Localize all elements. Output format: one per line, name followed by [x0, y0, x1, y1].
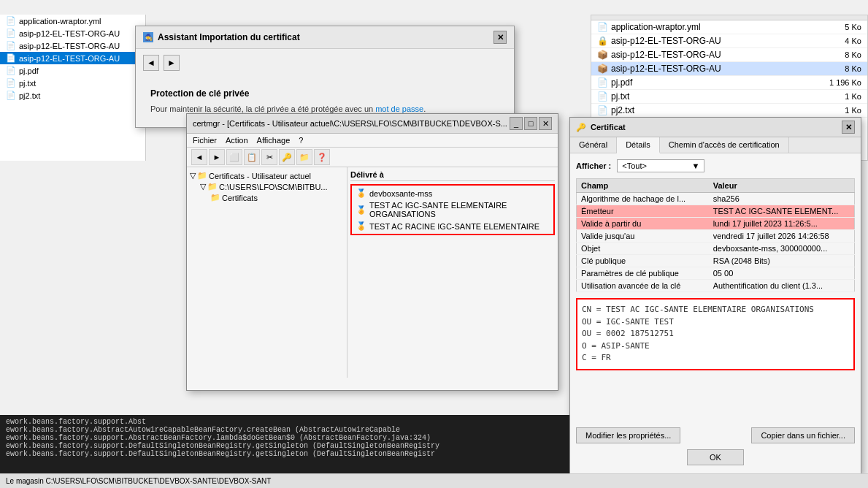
table-row[interactable]: Utilisation avancée de la clé Authentifi…: [577, 280, 855, 292]
show-value: <Tout>: [622, 161, 647, 170]
tree-path-label: C:\USERS\LFO\SCM\BITBU...: [219, 183, 328, 191]
cert-icon: 🏅: [356, 188, 366, 198]
toolbar-forward[interactable]: ►: [209, 149, 225, 165]
toolbar-back[interactable]: ◄: [191, 149, 207, 165]
table-row[interactable]: 📄pj2.txt 1 Ko: [591, 104, 867, 118]
col-valeur: Valeur: [709, 179, 855, 193]
tree-root[interactable]: ▽ 📁 Certificats - Utilisateur actuel: [190, 170, 344, 181]
field-valeur: TEST AC IGC-SANTE ELEMENT...: [709, 205, 855, 218]
cert-icon: 🏅: [356, 221, 366, 231]
cert-detail-close-btn[interactable]: ✕: [842, 121, 855, 134]
table-row[interactable]: Algorithme de hachage de l... sha256: [577, 193, 855, 205]
cert-icon-title: 🔑: [576, 123, 586, 132]
certmgr-minimize-btn[interactable]: _: [510, 117, 523, 130]
list-item[interactable]: 📄asip-p12-EL-TEST-ORG-AU: [0, 27, 145, 39]
toolbar-btn4[interactable]: 🔑: [279, 149, 295, 165]
cert-name: TEST AC IGC-SANTE ELEMENTAIRE ORGANISATI…: [369, 201, 549, 218]
dialog-icon: 🧙: [143, 32, 153, 42]
file-icon: 📄: [597, 91, 608, 102]
table-row[interactable]: Objet devboxsante-mss, 300000000...: [577, 243, 855, 255]
cert-fields-table: Champ Valeur Algorithme de hachage de l.…: [576, 178, 855, 292]
tab-certification-path[interactable]: Chemin d'accès de certification: [660, 137, 789, 153]
cert-col-header: Délivré à: [350, 170, 384, 179]
console-line: ework.beans.factory.AbstractAutowireCapa…: [6, 426, 564, 434]
field-valeur: sha256: [709, 193, 855, 205]
console-line: ework.beans.factory.support.Abst: [6, 418, 564, 426]
tree-root-label: Certificats - Utilisateur actuel: [209, 172, 311, 180]
field-valeur: vendredi 17 juillet 2026 14:26:58: [709, 230, 855, 243]
cert-detail-title: Certificat: [591, 123, 626, 131]
cert-detail-buttons: Modifier les propriétés... Copier dans u…: [570, 423, 861, 448]
menu-help[interactable]: ?: [299, 136, 303, 145]
import-dialog: 🧙 Assistant Importation du certificat ✕ …: [135, 26, 515, 128]
file-icon: 🔒: [597, 36, 608, 46]
field-champ: Clé publique: [577, 255, 709, 267]
show-select[interactable]: <Tout> ▼: [617, 159, 704, 172]
table-row[interactable]: Clé publique RSA (2048 Bits): [577, 255, 855, 267]
table-row[interactable]: 🔒asip-p12-EL-TEST-ORG-AU 4 Ko: [591, 34, 867, 48]
chevron-down-icon: ▼: [691, 161, 699, 170]
toolbar-btn2[interactable]: 📋: [244, 149, 260, 165]
cert-list-panel: Délivré à 🏅 devboxsante-mss 🏅 TEST AC IG…: [347, 167, 558, 378]
toolbar-btn6[interactable]: ❓: [314, 149, 330, 165]
file-icon: 📄: [597, 77, 608, 88]
close-button[interactable]: ✕: [493, 31, 507, 44]
ok-button[interactable]: OK: [687, 449, 744, 465]
titlebar-left: 🧙 Assistant Importation du certificat: [143, 32, 300, 42]
tree-certs-label: Certificats: [222, 194, 258, 202]
table-row[interactable]: 📄application-wraptor.yml 5 Ko: [591, 20, 867, 34]
list-item[interactable]: 📄asip-p12-EL-TEST-ORG-AU: [0, 39, 145, 52]
back-button[interactable]: ◄: [143, 55, 159, 71]
import-dialog-titlebar: 🧙 Assistant Importation du certificat ✕: [136, 26, 514, 49]
cert-tabs: Général Détails Chemin d'accès de certif…: [570, 137, 861, 153]
cert-name: devboxsante-mss: [369, 189, 432, 198]
status-bar: Le magasin C:\USERS\LFO\SCM\BITBUCKET\DE…: [0, 473, 868, 488]
certmgr-toolbar: ◄ ► ⬜ 📋 ✂ 🔑 📁 ❓: [187, 148, 558, 167]
list-item-selected[interactable]: 📄asip-p12-EL-TEST-ORG-AU: [0, 52, 145, 64]
cert-icon: 🏅: [356, 205, 366, 215]
list-item[interactable]: 📄pj.txt: [0, 77, 145, 89]
left-file-panel: 📄application-wraptor.yml 📄asip-p12-EL-TE…: [0, 15, 146, 161]
table-row-highlighted[interactable]: Valide à partir du lundi 17 juillet 2023…: [577, 218, 855, 230]
console-line: ework.beans.factory.support.DefaultSingl…: [6, 442, 564, 450]
table-row[interactable]: Paramètres de clé publique 05 00: [577, 267, 855, 280]
field-valeur: Authentification du client (1.3...: [709, 280, 855, 292]
table-row[interactable]: Valide jusqu'au vendredi 17 juillet 2026…: [577, 230, 855, 243]
list-item[interactable]: 📄pj2.txt: [0, 89, 145, 102]
table-row-highlighted[interactable]: Émetteur TEST AC IGC-SANTE ELEMENT...: [577, 205, 855, 218]
modify-props-button[interactable]: Modifier les propriétés...: [576, 427, 680, 443]
field-champ: Utilisation avancée de la clé: [577, 280, 709, 292]
toolbar-btn3[interactable]: ✂: [261, 149, 277, 165]
tab-general[interactable]: Général: [570, 137, 617, 153]
toolbar-btn1[interactable]: ⬜: [226, 149, 242, 165]
tree-path[interactable]: ▽ 📁 C:\USERS\LFO\SCM\BITBU...: [190, 181, 344, 192]
table-row-highlighted[interactable]: 📦asip-p12-EL-TEST-ORG-AU 8 Ko: [591, 62, 867, 76]
file-list-header: [591, 15, 867, 20]
status-text: Le magasin C:\USERS\LFO\SCM\BITBUCKET\DE…: [6, 477, 271, 485]
cert-item-devbox[interactable]: 🏅 devboxsante-mss: [353, 187, 552, 199]
toolbar-btn5[interactable]: 📁: [296, 149, 312, 165]
cert-item-test2[interactable]: 🏅 TEST AC RACINE IGC-SANTE ELEMENTAIRE: [353, 220, 552, 232]
cert-detail-body: Afficher : <Tout> ▼ Champ Valeur Algorit…: [570, 153, 861, 376]
table-row[interactable]: 📦asip-p12-EL-TEST-ORG-AU 8 Ko: [591, 48, 867, 62]
list-item[interactable]: 📄application-wraptor.yml: [0, 15, 145, 27]
menu-fichier[interactable]: Fichier: [193, 136, 217, 145]
password-link[interactable]: mot de passe: [375, 104, 423, 113]
certmgr-maximize-btn[interactable]: □: [524, 117, 537, 130]
table-row[interactable]: 📄pj.pdf 1 196 Ko: [591, 76, 867, 90]
tab-details[interactable]: Détails: [617, 137, 660, 153]
list-item[interactable]: 📄pj.pdf: [0, 64, 145, 77]
copy-to-file-button[interactable]: Copier dans un fichier...: [751, 427, 855, 443]
cert-detail-dialog: 🔑 Certificat ✕ Général Détails Chemin d'…: [569, 117, 861, 475]
tree-certs[interactable]: 📁 Certificats: [190, 192, 344, 203]
menu-action[interactable]: Action: [226, 136, 248, 145]
table-row[interactable]: 📄pj.txt 1 Ko: [591, 90, 867, 104]
forward-button[interactable]: ►: [164, 55, 180, 71]
tree-folder-icon: 📁: [207, 182, 218, 191]
tree-folder-icon: 📁: [210, 193, 220, 202]
file-icon: 📄: [597, 105, 608, 115]
menu-affichage[interactable]: Affichage: [257, 136, 291, 145]
cert-item-test1[interactable]: 🏅 TEST AC IGC-SANTE ELEMENTAIRE ORGANISA…: [353, 199, 552, 220]
field-valeur: devboxsante-mss, 300000000...: [709, 243, 855, 255]
certmgr-close-btn[interactable]: ✕: [539, 117, 552, 130]
